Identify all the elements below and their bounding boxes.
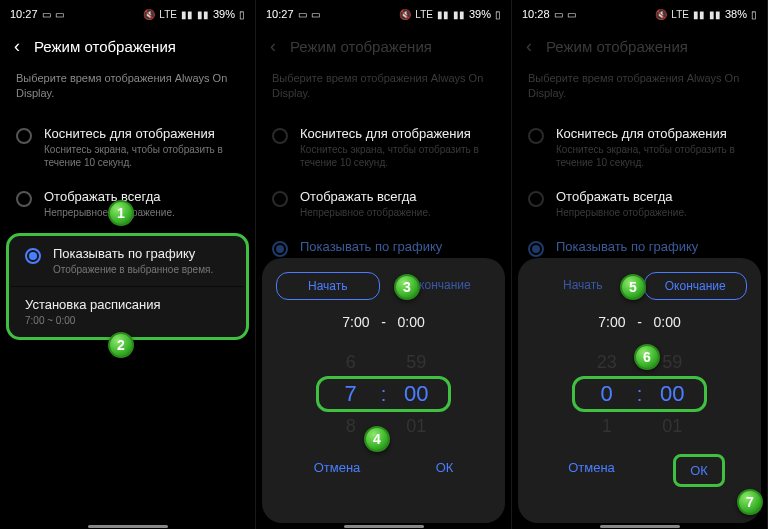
schedule-row[interactable]: Установка расписания 7:00 ~ 0:00 [9, 287, 246, 337]
statusbar: 10:28 ▭ ▭ 🔇 LTE ▮▮ ▮▮ 38% ▯ [512, 0, 767, 28]
mute-icon: 🔇 [143, 9, 155, 20]
header: ‹ Режим отображения [256, 28, 511, 71]
cancel-button[interactable]: Отмена [554, 454, 629, 487]
signal-icon: ▮▮ [437, 9, 449, 20]
tab-start[interactable]: Начать [532, 272, 634, 300]
battery-pct: 39% [213, 8, 235, 20]
min-next[interactable]: 01 [662, 412, 682, 440]
battery-icon: ▯ [751, 9, 757, 20]
min-prev[interactable]: 59 [406, 348, 426, 376]
radio-icon[interactable] [16, 128, 32, 144]
header: ‹ Режим отображения [512, 28, 767, 71]
badge-7: 7 [737, 489, 763, 515]
lte-icon: LTE [415, 9, 433, 20]
option-sublabel: Коснитесь экрана, чтобы отобразить в теч… [556, 143, 751, 169]
signal-icon: ▮▮ [181, 9, 193, 20]
mute-icon: 🔇 [655, 9, 667, 20]
min-prev[interactable]: 59 [662, 348, 682, 376]
option-sublabel: Отображение в выбранное время. [53, 263, 213, 276]
option-schedule[interactable]: Показывать по графику Отображение в выбр… [9, 236, 246, 286]
back-icon: ‹ [526, 36, 532, 57]
battery-icon: ▯ [239, 9, 245, 20]
notif-icon-2: ▭ [567, 9, 576, 20]
radio-icon [528, 191, 544, 207]
notif-icon-2: ▭ [55, 9, 64, 20]
battery-pct: 39% [469, 8, 491, 20]
schedule-range: 7:00 ~ 0:00 [25, 314, 230, 327]
hour-column[interactable]: 23 0 1 [583, 348, 631, 440]
notif-icon: ▭ [298, 9, 307, 20]
badge-1: 1 [108, 200, 134, 226]
minute-column[interactable]: 59 00 01 [392, 348, 440, 440]
header: ‹ Режим отображения [0, 28, 255, 71]
ok-button[interactable]: ОК [673, 454, 725, 487]
navbar [256, 523, 511, 529]
tab-end[interactable]: Окончание [644, 272, 748, 300]
range-to: 0:00 [654, 314, 681, 330]
hour-next[interactable]: 1 [602, 412, 612, 440]
hour-current[interactable]: 7 [345, 376, 357, 412]
hour-column[interactable]: 6 7 8 [327, 348, 375, 440]
hour-prev[interactable]: 6 [346, 348, 356, 376]
page-subtitle: Выберите время отображения Always On Dis… [0, 71, 255, 116]
battery-icon: ▯ [495, 9, 501, 20]
page-subtitle: Выберите время отображения Always On Dis… [256, 71, 511, 116]
option-label: Коснитесь для отображения [44, 126, 239, 141]
time-range: 7:00 - 0:00 [276, 314, 491, 330]
range-sep: - [381, 314, 386, 330]
min-next[interactable]: 01 [406, 412, 426, 440]
ok-button[interactable]: ОК [422, 454, 468, 481]
page-title: Режим отображения [290, 38, 432, 55]
lte-icon: LTE [159, 9, 177, 20]
range-from: 7:00 [598, 314, 625, 330]
colon: : [637, 383, 643, 406]
option-label: Отображать всегда [44, 189, 175, 204]
radio-icon [528, 241, 544, 257]
screen-3: 10:28 ▭ ▭ 🔇 LTE ▮▮ ▮▮ 38% ▯ ‹ Режим отоб… [512, 0, 768, 529]
option-label: Коснитесь для отображения [556, 126, 751, 141]
clock: 10:28 [522, 8, 550, 20]
option-label: Отображать всегда [300, 189, 431, 204]
hour-next[interactable]: 8 [346, 412, 356, 440]
page-title: Режим отображения [546, 38, 688, 55]
option-sublabel: Коснитесь экрана, чтобы отобразить в теч… [44, 143, 239, 169]
lte-icon: LTE [671, 9, 689, 20]
option-sublabel: Непрерывное отображение. [300, 206, 431, 219]
tab-start[interactable]: Начать [276, 272, 380, 300]
time-picker[interactable]: 6 7 8 : 59 00 01 [276, 348, 491, 440]
range-from: 7:00 [342, 314, 369, 330]
battery-pct: 38% [725, 8, 747, 20]
back-icon: ‹ [270, 36, 276, 57]
radio-icon[interactable] [25, 248, 41, 264]
badge-3: 3 [394, 274, 420, 300]
page-subtitle: Выберите время отображения Always On Dis… [512, 71, 767, 116]
option-tap-to-show[interactable]: Коснитесь для отображения Коснитесь экра… [0, 116, 255, 179]
navbar [512, 523, 767, 529]
signal-icon-2: ▮▮ [453, 9, 465, 20]
option-sublabel: Непрерывное отображение. [556, 206, 687, 219]
min-current[interactable]: 00 [404, 376, 428, 412]
option-label: Показывать по графику [300, 239, 442, 254]
cancel-button[interactable]: Отмена [300, 454, 375, 481]
hour-prev[interactable]: 23 [597, 348, 617, 376]
badge-5: 5 [620, 274, 646, 300]
screen-1: 10:27 ▭ ▭ 🔇 LTE ▮▮ ▮▮ 39% ▯ ‹ Режим отоб… [0, 0, 256, 529]
option-always-dim: Отображать всегда Непрерывное отображени… [256, 179, 511, 229]
colon: : [381, 383, 387, 406]
radio-icon [272, 128, 288, 144]
page-title: Режим отображения [34, 38, 176, 55]
option-label: Отображать всегда [556, 189, 687, 204]
hour-current[interactable]: 0 [601, 376, 613, 412]
mute-icon: 🔇 [399, 9, 411, 20]
radio-icon [272, 191, 288, 207]
option-tap-dim: Коснитесь для отображения Коснитесь экра… [256, 116, 511, 179]
badge-4: 4 [364, 426, 390, 452]
schedule-label: Установка расписания [25, 297, 230, 312]
badge-6: 6 [634, 344, 660, 370]
min-current[interactable]: 00 [660, 376, 684, 412]
back-icon[interactable]: ‹ [14, 36, 20, 57]
clock: 10:27 [10, 8, 38, 20]
time-picker[interactable]: 23 0 1 : 59 00 01 6 [532, 348, 747, 440]
radio-icon[interactable] [16, 191, 32, 207]
option-label: Показывать по графику [53, 246, 213, 261]
